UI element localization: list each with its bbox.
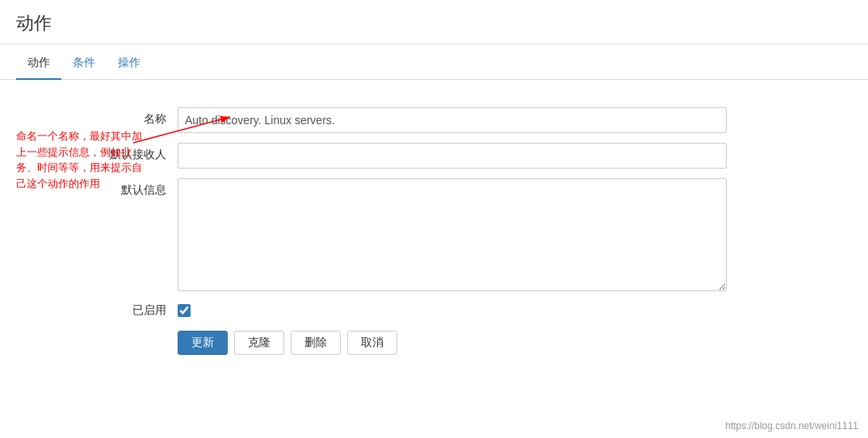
enabled-checkbox[interactable] xyxy=(178,304,191,317)
message-row: 默认信息 xyxy=(16,178,852,294)
update-button[interactable]: 更新 xyxy=(178,331,228,355)
name-label: 名称 xyxy=(16,107,178,127)
receiver-input[interactable] xyxy=(178,143,727,169)
message-field-wrapper xyxy=(178,178,727,294)
message-textarea[interactable] xyxy=(178,178,727,291)
annotation-box: 命名一个名称，最好其中加上一些提示信息，例如业务、时间等等，用来提示自己这个动作… xyxy=(16,128,145,191)
tab-operation[interactable]: 操作 xyxy=(107,48,152,80)
tab-action[interactable]: 动作 xyxy=(16,48,61,80)
cancel-button[interactable]: 取消 xyxy=(347,331,397,355)
delete-button[interactable]: 删除 xyxy=(291,331,341,355)
name-field-wrapper xyxy=(178,107,727,133)
buttons-row: 更新 克隆 删除 取消 xyxy=(16,331,852,355)
tabs-bar: 动作 条件 操作 xyxy=(0,48,868,80)
content-area: 命名一个名称，最好其中加上一些提示信息，例如业务、时间等等，用来提示自己这个动作… xyxy=(0,80,868,371)
receiver-field-wrapper xyxy=(178,143,727,169)
tab-condition[interactable]: 条件 xyxy=(61,48,107,80)
page-header: 动作 xyxy=(0,0,868,44)
enabled-label: 已启用 xyxy=(16,303,178,318)
page-title: 动作 xyxy=(16,11,852,35)
clone-button[interactable]: 克隆 xyxy=(234,331,284,355)
name-input[interactable] xyxy=(178,107,727,133)
enabled-row: 已启用 xyxy=(16,303,852,318)
annotation-text: 命名一个名称，最好其中加上一些提示信息，例如业务、时间等等，用来提示自己这个动作… xyxy=(16,130,142,190)
